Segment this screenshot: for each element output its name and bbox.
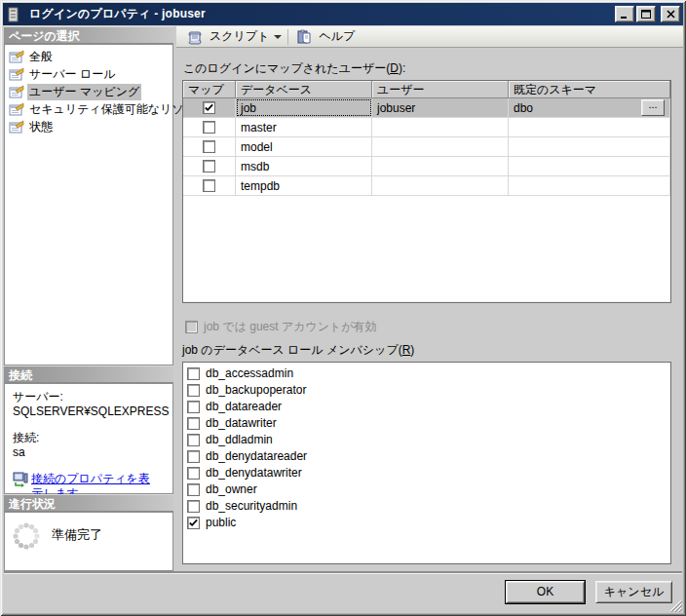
- role-checkbox[interactable]: [187, 450, 200, 463]
- resize-grip[interactable]: [669, 599, 682, 612]
- page-icon: [9, 101, 24, 117]
- role-checkbox[interactable]: [187, 384, 200, 397]
- role-item[interactable]: db_backupoperator: [185, 382, 668, 398]
- table-row-msdb[interactable]: msdb: [183, 157, 670, 176]
- role-label: db_denydatareader: [206, 449, 307, 463]
- user-cell[interactable]: jobuser: [372, 98, 509, 117]
- server-label: サーバー:: [13, 390, 165, 404]
- column-header-database[interactable]: データベース: [236, 81, 372, 98]
- status-text: 準備完了: [52, 526, 102, 544]
- user-cell[interactable]: [372, 176, 509, 195]
- script-icon: [187, 29, 203, 45]
- map-cell: [183, 137, 236, 156]
- role-checkbox[interactable]: [187, 483, 200, 496]
- pages-panel: 全般 サーバー ロール ユーザー マッピング セキュリティ保護可能なリソース 状…: [4, 44, 173, 366]
- map-checkbox[interactable]: [203, 160, 215, 173]
- sidebar-item-label: ユーザー マッピング: [27, 84, 141, 100]
- table-header-row: マップ データベース ユーザー 既定のスキーマ: [183, 81, 670, 98]
- maximize-button[interactable]: [636, 6, 656, 22]
- role-label: db_owner: [206, 482, 257, 496]
- role-label: db_backupoperator: [206, 383, 306, 397]
- role-checkbox[interactable]: [187, 417, 200, 430]
- script-button[interactable]: スクリプト: [183, 27, 286, 47]
- role-item[interactable]: public: [185, 515, 668, 530]
- connection-label: 接続:: [13, 431, 165, 445]
- role-item[interactable]: db_denydatareader: [185, 448, 668, 464]
- role-checkbox[interactable]: [187, 401, 200, 413]
- close-button[interactable]: [661, 6, 680, 22]
- database-roles-list: db_accessadmin db_backupoperator db_data…: [182, 362, 671, 564]
- role-item[interactable]: db_owner: [185, 481, 668, 497]
- title-bar[interactable]: ログインのプロパティ - jobuser: [3, 3, 683, 25]
- map-cell: [183, 118, 236, 136]
- browse-schema-button[interactable]: ...: [641, 99, 665, 116]
- map-checkbox[interactable]: [203, 179, 215, 192]
- map-checkbox[interactable]: [203, 101, 215, 114]
- column-header-user[interactable]: ユーザー: [372, 81, 509, 98]
- table-row-job[interactable]: job jobuser dbo ...: [183, 98, 670, 118]
- role-checkbox[interactable]: [187, 517, 200, 529]
- cancel-button[interactable]: キャンセル: [595, 581, 672, 603]
- roles-label: job のデータベース ロール メンバシップ(R): [182, 342, 414, 359]
- pages-section-header: ページの選択: [4, 26, 173, 44]
- roles-label-pre: job のデータベース ロール メンバシップ(: [182, 343, 402, 357]
- column-header-map[interactable]: マップ: [183, 81, 236, 98]
- toolbar-separator: [287, 29, 288, 45]
- role-checkbox[interactable]: [187, 500, 200, 513]
- user-cell[interactable]: [372, 157, 509, 175]
- role-item[interactable]: db_denydatawriter: [185, 465, 668, 481]
- maximize-icon: [641, 10, 651, 19]
- role-label: db_denydatawriter: [206, 466, 302, 480]
- minimize-button[interactable]: [615, 6, 634, 22]
- schema-cell[interactable]: [509, 157, 670, 175]
- map-cell: [183, 157, 236, 175]
- roles-label-post: ): [410, 343, 414, 357]
- table-row-master[interactable]: master: [183, 118, 670, 137]
- dialog-icon: [6, 7, 21, 22]
- login-properties-dialog: ログインのプロパティ - jobuser ページの選択 全般 サーバー ロール …: [0, 0, 686, 616]
- database-cell[interactable]: job: [236, 98, 372, 117]
- sidebar-item-securables[interactable]: セキュリティ保護可能なリソース: [5, 100, 172, 118]
- sidebar-item-status[interactable]: 状態: [5, 118, 172, 135]
- role-item[interactable]: db_ddladmin: [185, 432, 668, 447]
- database-cell[interactable]: master: [236, 118, 372, 136]
- role-label: db_datawriter: [206, 416, 277, 430]
- schema-cell[interactable]: dbo ...: [509, 98, 670, 117]
- map-checkbox[interactable]: [203, 121, 215, 134]
- help-button[interactable]: ヘルプ: [292, 27, 359, 47]
- script-button-label: スクリプト: [210, 28, 269, 45]
- table-row-tempdb[interactable]: tempdb: [183, 176, 670, 196]
- sidebar-item-server-roles[interactable]: サーバー ロール: [5, 65, 172, 83]
- page-icon: [9, 49, 24, 64]
- role-checkbox[interactable]: [187, 467, 200, 480]
- role-checkbox[interactable]: [187, 434, 200, 446]
- role-label: db_datareader: [206, 400, 282, 413]
- close-icon: [667, 10, 675, 19]
- guest-account-row: job では guest アカウントが有効: [185, 319, 377, 335]
- database-cell[interactable]: msdb: [236, 157, 372, 175]
- sidebar-item-general[interactable]: 全般: [5, 48, 172, 65]
- dropdown-arrow-icon[interactable]: [274, 35, 282, 39]
- database-cell[interactable]: tempdb: [236, 176, 372, 195]
- map-checkbox[interactable]: [203, 140, 215, 153]
- column-header-default-schema[interactable]: 既定のスキーマ: [509, 81, 670, 98]
- user-cell[interactable]: [372, 137, 509, 156]
- user-cell[interactable]: [372, 118, 509, 136]
- sidebar-item-user-mapping[interactable]: ユーザー マッピング: [5, 83, 172, 100]
- role-item[interactable]: db_datareader: [185, 399, 668, 414]
- role-item[interactable]: db_accessadmin: [185, 366, 668, 381]
- page-icon: [9, 119, 24, 135]
- table-row-model[interactable]: model: [183, 137, 670, 157]
- schema-cell[interactable]: [509, 118, 670, 136]
- role-item[interactable]: db_securityadmin: [185, 498, 668, 514]
- schema-cell[interactable]: [509, 176, 670, 195]
- role-checkbox[interactable]: [187, 367, 200, 380]
- toolbar: スクリプト ヘルプ: [176, 26, 683, 48]
- sidebar-item-label: サーバー ロール: [27, 66, 117, 83]
- role-label: db_ddladmin: [206, 433, 273, 446]
- database-cell[interactable]: model: [236, 137, 372, 156]
- sidebar-item-label: 状態: [27, 119, 55, 135]
- ok-button[interactable]: OK: [506, 581, 585, 603]
- role-item[interactable]: db_datawriter: [185, 415, 668, 431]
- schema-cell[interactable]: [509, 137, 670, 156]
